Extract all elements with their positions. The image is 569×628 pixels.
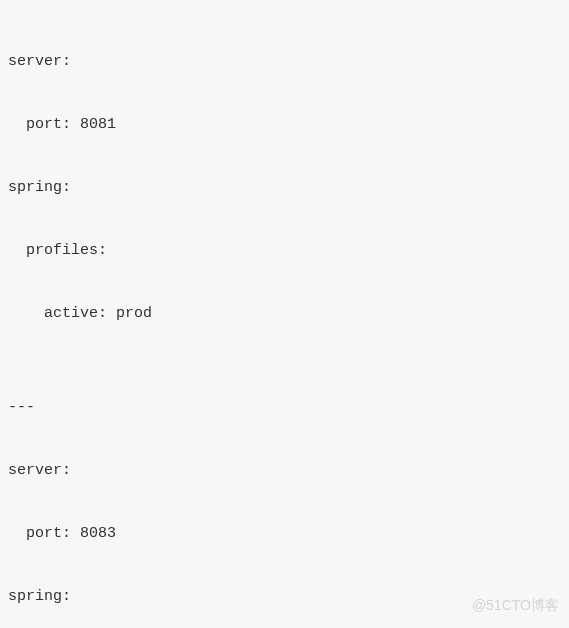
yaml-separator: --- [8, 392, 561, 424]
code-line: port: 8081 [8, 109, 561, 141]
watermark-text: @51CTO博客 [472, 591, 559, 620]
code-line: server: [8, 455, 561, 487]
code-line: port: 8083 [8, 518, 561, 550]
code-line: profiles: [8, 235, 561, 267]
code-line: active: prod [8, 298, 561, 330]
code-line: spring: [8, 172, 561, 204]
yaml-code-block: server: port: 8081 spring: profiles: act… [8, 14, 561, 628]
code-line: server: [8, 46, 561, 78]
